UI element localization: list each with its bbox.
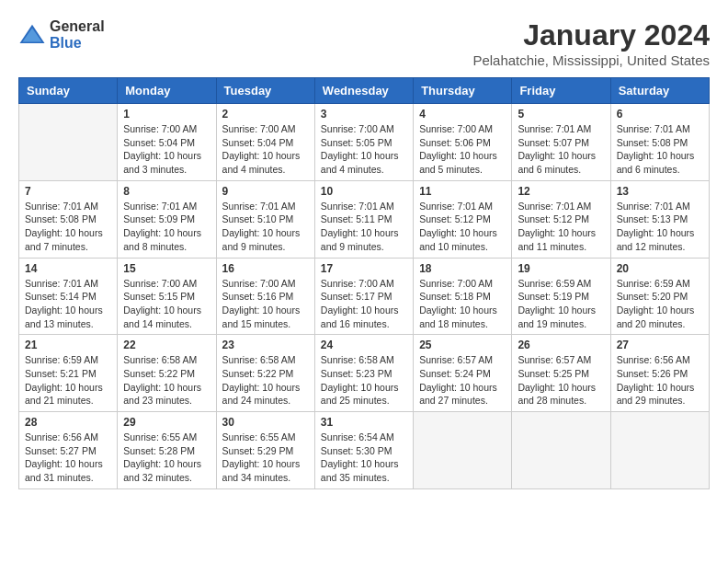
- day-number: 1: [123, 108, 210, 121]
- header-wednesday: Wednesday: [314, 78, 413, 104]
- calendar-header: Sunday Monday Tuesday Wednesday Thursday…: [19, 78, 710, 104]
- calendar-cell-3-0: 21Sunrise: 6:59 AMSunset: 5:21 PMDayligh…: [19, 335, 118, 412]
- calendar-week-2: 14Sunrise: 7:01 AMSunset: 5:14 PMDayligh…: [19, 258, 710, 335]
- day-number: 2: [222, 108, 309, 121]
- calendar-body: 1Sunrise: 7:00 AMSunset: 5:04 PMDaylight…: [19, 104, 710, 489]
- logo-blue-text: Blue: [50, 35, 105, 52]
- header-saturday: Saturday: [610, 78, 709, 104]
- title-section: January 2024 Pelahatchie, Mississippi, U…: [472, 18, 710, 68]
- day-number: 28: [25, 416, 111, 429]
- logo-text: General Blue: [50, 18, 105, 51]
- header-thursday: Thursday: [414, 78, 512, 104]
- day-info: Sunrise: 6:59 AMSunset: 5:21 PMDaylight:…: [25, 353, 111, 408]
- day-number: 25: [419, 339, 506, 351]
- calendar-cell-1-2: 9Sunrise: 7:01 AMSunset: 5:10 PMDaylight…: [216, 180, 314, 258]
- calendar-cell-2-5: 19Sunrise: 6:59 AMSunset: 5:19 PMDayligh…: [512, 258, 610, 335]
- day-info: Sunrise: 7:01 AMSunset: 5:08 PMDaylight:…: [617, 122, 703, 177]
- day-info: Sunrise: 6:56 AMSunset: 5:27 PMDaylight:…: [25, 431, 111, 485]
- page-header: General Blue January 2024 Pelahatchie, M…: [18, 18, 710, 68]
- calendar-week-4: 28Sunrise: 6:56 AMSunset: 5:27 PMDayligh…: [19, 412, 710, 489]
- calendar-cell-1-4: 11Sunrise: 7:01 AMSunset: 5:12 PMDayligh…: [414, 180, 512, 258]
- day-number: 13: [617, 185, 703, 198]
- day-number: 11: [419, 185, 506, 198]
- header-sunday: Sunday: [19, 78, 118, 104]
- day-number: 8: [123, 185, 210, 198]
- day-number: 14: [25, 262, 111, 275]
- day-info: Sunrise: 7:00 AMSunset: 5:18 PMDaylight:…: [419, 277, 506, 331]
- day-info: Sunrise: 7:00 AMSunset: 5:16 PMDaylight:…: [222, 277, 309, 331]
- header-monday: Monday: [118, 78, 216, 104]
- logo-icon: [18, 21, 46, 49]
- calendar-cell-4-2: 30Sunrise: 6:55 AMSunset: 5:29 PMDayligh…: [216, 412, 314, 489]
- day-number: 15: [123, 262, 210, 275]
- day-info: Sunrise: 6:54 AMSunset: 5:30 PMDaylight:…: [321, 431, 407, 485]
- day-number: 16: [222, 262, 309, 275]
- day-info: Sunrise: 7:00 AMSunset: 5:04 PMDaylight:…: [123, 122, 210, 177]
- calendar-cell-1-0: 7Sunrise: 7:01 AMSunset: 5:08 PMDaylight…: [19, 180, 118, 258]
- day-info: Sunrise: 6:58 AMSunset: 5:22 PMDaylight:…: [222, 353, 309, 408]
- calendar-cell-1-1: 8Sunrise: 7:01 AMSunset: 5:09 PMDaylight…: [118, 180, 216, 258]
- day-info: Sunrise: 7:01 AMSunset: 5:11 PMDaylight:…: [321, 200, 407, 254]
- calendar-cell-2-3: 17Sunrise: 7:00 AMSunset: 5:17 PMDayligh…: [314, 258, 413, 335]
- day-info: Sunrise: 7:01 AMSunset: 5:12 PMDaylight:…: [419, 200, 506, 254]
- day-info: Sunrise: 7:00 AMSunset: 5:04 PMDaylight:…: [222, 122, 309, 177]
- day-number: 9: [222, 185, 309, 198]
- day-info: Sunrise: 6:55 AMSunset: 5:29 PMDaylight:…: [222, 431, 309, 485]
- calendar-cell-4-5: [512, 412, 610, 489]
- day-number: 3: [321, 108, 407, 121]
- day-info: Sunrise: 7:00 AMSunset: 5:05 PMDaylight:…: [321, 122, 407, 177]
- calendar-cell-2-1: 15Sunrise: 7:00 AMSunset: 5:15 PMDayligh…: [118, 258, 216, 335]
- day-info: Sunrise: 7:01 AMSunset: 5:10 PMDaylight:…: [222, 200, 309, 254]
- day-number: 12: [518, 185, 604, 198]
- day-number: 18: [419, 262, 506, 275]
- calendar-cell-0-3: 3Sunrise: 7:00 AMSunset: 5:05 PMDaylight…: [314, 104, 413, 181]
- day-number: 5: [518, 108, 604, 121]
- calendar-cell-3-6: 27Sunrise: 6:56 AMSunset: 5:26 PMDayligh…: [610, 335, 709, 412]
- calendar-cell-3-5: 26Sunrise: 6:57 AMSunset: 5:25 PMDayligh…: [512, 335, 610, 412]
- day-info: Sunrise: 7:01 AMSunset: 5:07 PMDaylight:…: [518, 122, 604, 177]
- day-info: Sunrise: 6:58 AMSunset: 5:22 PMDaylight:…: [123, 353, 210, 408]
- day-info: Sunrise: 7:01 AMSunset: 5:08 PMDaylight:…: [25, 200, 111, 254]
- calendar-cell-1-6: 13Sunrise: 7:01 AMSunset: 5:13 PMDayligh…: [610, 180, 709, 258]
- calendar-cell-2-2: 16Sunrise: 7:00 AMSunset: 5:16 PMDayligh…: [216, 258, 314, 335]
- day-info: Sunrise: 6:59 AMSunset: 5:19 PMDaylight:…: [518, 277, 604, 331]
- day-number: 30: [222, 416, 309, 429]
- day-info: Sunrise: 7:00 AMSunset: 5:06 PMDaylight:…: [419, 122, 506, 177]
- calendar-cell-0-1: 1Sunrise: 7:00 AMSunset: 5:04 PMDaylight…: [118, 104, 216, 181]
- calendar-cell-0-4: 4Sunrise: 7:00 AMSunset: 5:06 PMDaylight…: [414, 104, 512, 181]
- calendar-cell-2-4: 18Sunrise: 7:00 AMSunset: 5:18 PMDayligh…: [414, 258, 512, 335]
- day-number: 23: [222, 339, 309, 351]
- day-info: Sunrise: 7:00 AMSunset: 5:17 PMDaylight:…: [321, 277, 407, 331]
- day-number: 4: [419, 108, 506, 121]
- day-number: 7: [25, 185, 111, 198]
- day-number: 10: [321, 185, 407, 198]
- calendar-cell-0-0: [19, 104, 118, 181]
- day-number: 31: [321, 416, 407, 429]
- calendar-cell-0-6: 6Sunrise: 7:01 AMSunset: 5:08 PMDaylight…: [610, 104, 709, 181]
- day-info: Sunrise: 6:56 AMSunset: 5:26 PMDaylight:…: [617, 353, 703, 408]
- day-info: Sunrise: 7:01 AMSunset: 5:13 PMDaylight:…: [617, 200, 703, 254]
- calendar-cell-4-6: [610, 412, 709, 489]
- day-info: Sunrise: 7:01 AMSunset: 5:09 PMDaylight:…: [123, 200, 210, 254]
- header-friday: Friday: [512, 78, 610, 104]
- calendar-cell-0-2: 2Sunrise: 7:00 AMSunset: 5:04 PMDaylight…: [216, 104, 314, 181]
- day-number: 17: [321, 262, 407, 275]
- calendar-cell-0-5: 5Sunrise: 7:01 AMSunset: 5:07 PMDaylight…: [512, 104, 610, 181]
- calendar-table: Sunday Monday Tuesday Wednesday Thursday…: [18, 77, 710, 489]
- calendar-week-0: 1Sunrise: 7:00 AMSunset: 5:04 PMDaylight…: [19, 104, 710, 181]
- logo: General Blue: [18, 18, 105, 51]
- day-number: 6: [617, 108, 703, 121]
- day-number: 29: [123, 416, 210, 429]
- day-info: Sunrise: 7:00 AMSunset: 5:15 PMDaylight:…: [123, 277, 210, 331]
- calendar-cell-3-4: 25Sunrise: 6:57 AMSunset: 5:24 PMDayligh…: [414, 335, 512, 412]
- day-number: 27: [617, 339, 703, 351]
- calendar-title: January 2024: [472, 18, 710, 52]
- day-number: 19: [518, 262, 604, 275]
- calendar-cell-4-1: 29Sunrise: 6:55 AMSunset: 5:28 PMDayligh…: [118, 412, 216, 489]
- day-number: 20: [617, 262, 703, 275]
- calendar-week-3: 21Sunrise: 6:59 AMSunset: 5:21 PMDayligh…: [19, 335, 710, 412]
- header-tuesday: Tuesday: [216, 78, 314, 104]
- day-info: Sunrise: 6:57 AMSunset: 5:24 PMDaylight:…: [419, 353, 506, 408]
- calendar-cell-4-4: [414, 412, 512, 489]
- day-info: Sunrise: 6:57 AMSunset: 5:25 PMDaylight:…: [518, 353, 604, 408]
